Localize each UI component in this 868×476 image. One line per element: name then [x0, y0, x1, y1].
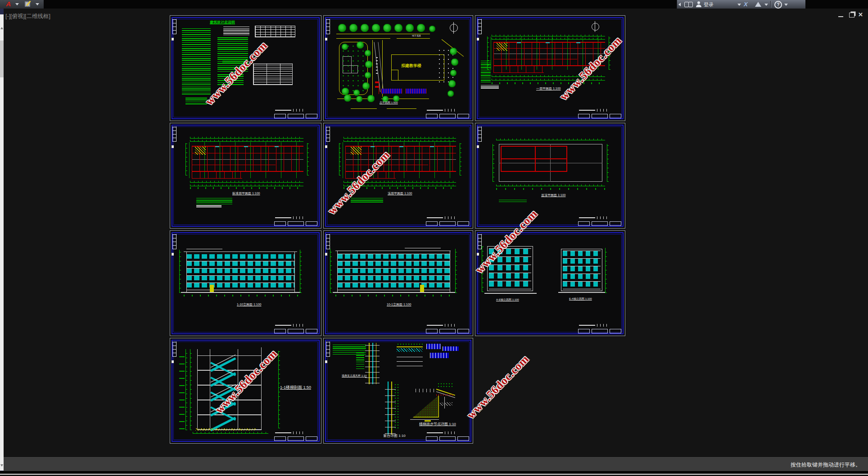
scrollbar-down-arrow-icon[interactable] [0, 464, 3, 467]
help-caret-icon[interactable] [784, 4, 788, 6]
title-bar: A 登录 X ? [0, 0, 868, 9]
viewport-controls-label[interactable]: [-][俯视][二维线框] [5, 13, 50, 20]
infocenter-bar: 登录 X ? [677, 0, 805, 9]
status-bar: 按住拾取键并拖动进行平移。 [4, 457, 868, 472]
qat-dropdown-icon[interactable] [36, 3, 39, 5]
status-hint-text: 按住拾取键并拖动进行平移。 [791, 461, 861, 469]
collapse-arrow-icon [678, 3, 681, 6]
binocular-lens-icon [688, 2, 693, 7]
drawing-canvas[interactable] [4, 9, 868, 457]
user-icon[interactable] [696, 1, 701, 7]
user-head-icon [697, 1, 700, 4]
autocad-logo-icon[interactable]: A [3, 0, 14, 8]
infocenter-collapse-button[interactable] [678, 0, 681, 9]
window-restore-button[interactable] [849, 13, 854, 18]
sign-in-button[interactable]: 登录 [704, 1, 714, 8]
user-body-icon [696, 4, 701, 7]
left-scrollbar[interactable] [0, 9, 4, 476]
communication-center-icon[interactable] [755, 2, 761, 7]
sign-in-caret-icon[interactable] [737, 4, 741, 6]
scrollbar-up-arrow-icon[interactable] [0, 27, 3, 29]
window-close-button[interactable]: ✕ [858, 11, 863, 18]
infocenter-divider [770, 1, 771, 8]
scrollbar-thumb[interactable] [0, 40, 4, 77]
app-menu-caret-icon[interactable] [15, 3, 19, 5]
window-minimize-button[interactable] [838, 16, 843, 17]
help-icon[interactable]: ? [774, 1, 782, 9]
search-binoculars-icon[interactable] [684, 2, 692, 7]
scrollbar-top-cap [0, 9, 4, 14]
exchange-apps-icon[interactable]: X [744, 1, 748, 8]
communication-caret-icon[interactable] [764, 4, 768, 6]
